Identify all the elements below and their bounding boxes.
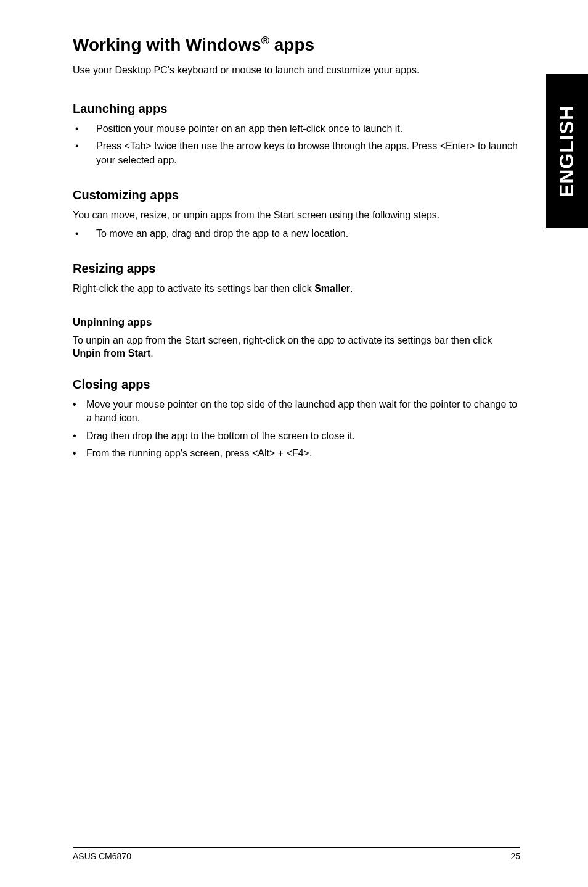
title-post: apps xyxy=(269,35,314,54)
resizing-bold: Smaller xyxy=(314,283,350,294)
heading-customizing: Customizing apps xyxy=(73,188,520,202)
list-item: Press <Tab> twice then use the arrow key… xyxy=(73,139,520,167)
customizing-desc: You can move, resize, or unpin apps from… xyxy=(73,208,520,222)
heading-resizing: Resizing apps xyxy=(73,262,520,276)
section-launching: Launching apps Position your mouse point… xyxy=(73,102,520,167)
unpinning-bold: Unpin from Start xyxy=(73,348,150,358)
unpinning-desc: To unpin an app from the Start screen, r… xyxy=(73,334,520,360)
list-item: From the running app's screen, press <Al… xyxy=(73,447,520,460)
page-title: Working with Windows® apps xyxy=(73,35,520,55)
language-side-tab: ENGLISH xyxy=(546,74,588,228)
section-customizing: Customizing apps You can move, resize, o… xyxy=(73,188,520,241)
footer-page-number: 25 xyxy=(510,851,520,861)
launching-list: Position your mouse pointer on an app th… xyxy=(73,122,520,167)
heading-unpinning: Unpinning apps xyxy=(73,316,520,329)
list-item: Drag then drop the app to the bottom of … xyxy=(73,429,520,443)
list-item: Position your mouse pointer on an app th… xyxy=(73,122,520,136)
section-unpinning: Unpinning apps To unpin an app from the … xyxy=(73,316,520,360)
language-label: ENGLISH xyxy=(556,105,579,197)
unpinning-pre: To unpin an app from the Start screen, r… xyxy=(73,335,492,345)
closing-list: Move your mouse pointer on the top side … xyxy=(73,398,520,461)
intro-text: Use your Desktop PC's keyboard or mouse … xyxy=(73,64,520,77)
heading-launching: Launching apps xyxy=(73,102,520,116)
title-reg: ® xyxy=(261,35,269,47)
unpinning-post: . xyxy=(150,348,153,358)
resizing-desc: Right-click the app to activate its sett… xyxy=(73,282,520,295)
page: ENGLISH Working with Windows® apps Use y… xyxy=(0,0,588,887)
heading-closing: Closing apps xyxy=(73,377,520,392)
resizing-post: . xyxy=(350,283,353,294)
list-item: To move an app, drag and drop the app to… xyxy=(73,227,520,241)
resizing-pre: Right-click the app to activate its sett… xyxy=(73,283,314,294)
footer-left: ASUS CM6870 xyxy=(73,851,131,861)
list-item: Move your mouse pointer on the top side … xyxy=(73,398,520,426)
section-resizing: Resizing apps Right-click the app to act… xyxy=(73,262,520,295)
page-footer: ASUS CM6870 25 xyxy=(73,847,520,861)
section-closing: Closing apps Move your mouse pointer on … xyxy=(73,377,520,461)
customizing-list: To move an app, drag and drop the app to… xyxy=(73,227,520,241)
title-pre: Working with Windows xyxy=(73,35,261,54)
